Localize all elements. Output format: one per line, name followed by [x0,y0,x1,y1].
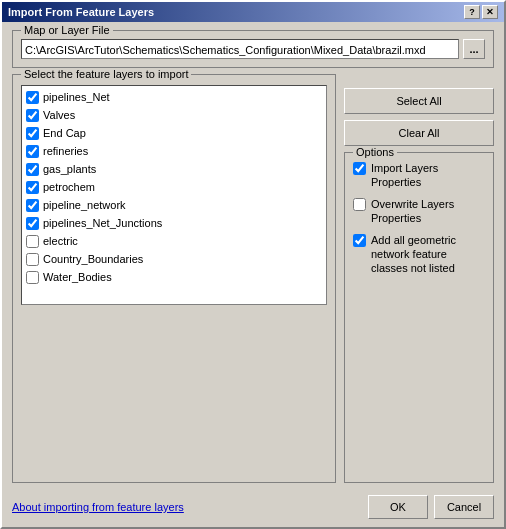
about-link[interactable]: About importing from feature layers [12,501,184,513]
file-group: Map or Layer File C:\ArcGIS\ArcTutor\Sch… [12,30,494,68]
ok-button[interactable]: OK [368,495,428,519]
right-panel: Select All Clear All Options Import Laye… [344,74,494,483]
footer-buttons: OK Cancel [368,495,494,519]
layer-item[interactable]: Country_Boundaries [24,250,324,268]
layer-label: End Cap [43,125,86,141]
layer-item[interactable]: pipelines_Net [24,88,324,106]
layers-group-box: Select the feature layers to import pipe… [12,74,336,483]
option-label: Overwrite Layers Properties [371,197,485,225]
option-item[interactable]: Import Layers Properties [353,161,485,189]
layer-checkbox[interactable] [26,181,39,194]
layer-item[interactable]: gas_plants [24,160,324,178]
layer-item[interactable]: electric [24,232,324,250]
option-checkbox[interactable] [353,198,366,211]
file-input-row: C:\ArcGIS\ArcTutor\Schematics\Schematics… [21,39,485,59]
options-group: Options Import Layers PropertiesOverwrit… [344,152,494,483]
layer-checkbox[interactable] [26,91,39,104]
option-checkbox[interactable] [353,234,366,247]
browse-button[interactable]: ... [463,39,485,59]
layer-checkbox[interactable] [26,109,39,122]
layer-label: pipelines_Net [43,89,110,105]
layer-checkbox[interactable] [26,163,39,176]
layer-checkbox[interactable] [26,145,39,158]
layer-checkbox[interactable] [26,127,39,140]
layer-item[interactable]: Valves [24,106,324,124]
content-area: Map or Layer File C:\ArcGIS\ArcTutor\Sch… [2,22,504,491]
file-path-input[interactable]: C:\ArcGIS\ArcTutor\Schematics\Schematics… [21,39,459,59]
layer-item[interactable]: End Cap [24,124,324,142]
footer: About importing from feature layers OK C… [2,491,504,527]
layers-group: Select the feature layers to import pipe… [12,74,336,483]
option-item[interactable]: Add all geometric network feature classe… [353,233,485,275]
layer-label: pipeline_network [43,197,126,213]
layer-item[interactable]: Water_Bodies [24,268,324,286]
option-item[interactable]: Overwrite Layers Properties [353,197,485,225]
layer-label: Water_Bodies [43,269,112,285]
layer-label: Country_Boundaries [43,251,143,267]
close-button[interactable]: ✕ [482,5,498,19]
layer-checkbox[interactable] [26,271,39,284]
cancel-button[interactable]: Cancel [434,495,494,519]
layer-checkbox[interactable] [26,235,39,248]
option-checkbox[interactable] [353,162,366,175]
layers-list[interactable]: pipelines_NetValvesEnd Caprefineriesgas_… [21,85,327,305]
select-all-button[interactable]: Select All [344,88,494,114]
option-label: Add all geometric network feature classe… [371,233,485,275]
option-label: Import Layers Properties [371,161,485,189]
help-button[interactable]: ? [464,5,480,19]
layer-checkbox[interactable] [26,217,39,230]
main-row: Select the feature layers to import pipe… [12,74,494,483]
layer-item[interactable]: petrochem [24,178,324,196]
layers-group-label: Select the feature layers to import [21,68,191,80]
main-window: Import From Feature Layers ? ✕ Map or La… [0,0,506,529]
layer-label: pipelines_Net_Junctions [43,215,162,231]
layer-item[interactable]: pipelines_Net_Junctions [24,214,324,232]
window-title: Import From Feature Layers [8,6,154,18]
layer-label: Valves [43,107,75,123]
layer-checkbox[interactable] [26,253,39,266]
clear-all-button[interactable]: Clear All [344,120,494,146]
layer-label: gas_plants [43,161,96,177]
layer-label: refineries [43,143,88,159]
layer-label: petrochem [43,179,95,195]
title-bar-buttons: ? ✕ [464,5,498,19]
layer-checkbox[interactable] [26,199,39,212]
file-group-label: Map or Layer File [21,24,113,36]
layer-item[interactable]: refineries [24,142,324,160]
layer-item[interactable]: pipeline_network [24,196,324,214]
options-label: Options [353,146,397,158]
layer-label: electric [43,233,78,249]
title-bar: Import From Feature Layers ? ✕ [2,2,504,22]
